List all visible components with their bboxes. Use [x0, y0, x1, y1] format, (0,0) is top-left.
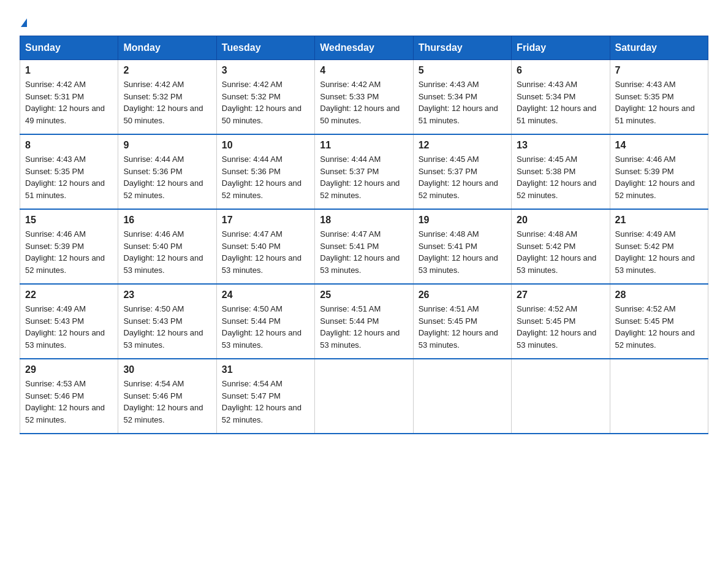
day-info: Sunrise: 4:45 AM Sunset: 5:38 PM Dayligh… — [517, 153, 604, 201]
day-info: Sunrise: 4:46 AM Sunset: 5:40 PM Dayligh… — [123, 228, 211, 276]
day-info: Sunrise: 4:46 AM Sunset: 5:39 PM Dayligh… — [615, 153, 703, 201]
calendar-cell: 21 Sunrise: 4:49 AM Sunset: 5:42 PM Dayl… — [610, 209, 708, 284]
day-info: Sunrise: 4:47 AM Sunset: 5:40 PM Dayligh… — [222, 228, 309, 276]
day-info: Sunrise: 4:44 AM Sunset: 5:36 PM Dayligh… — [222, 153, 309, 201]
calendar-header-row: SundayMondayTuesdayWednesdayThursdayFrid… — [20, 36, 708, 60]
calendar-cell: 24 Sunrise: 4:50 AM Sunset: 5:44 PM Dayl… — [216, 284, 314, 359]
day-number: 8 — [25, 140, 113, 151]
day-number: 28 — [615, 289, 703, 301]
calendar-cell: 13 Sunrise: 4:45 AM Sunset: 5:38 PM Dayl… — [512, 134, 610, 209]
calendar-cell: 15 Sunrise: 4:46 AM Sunset: 5:39 PM Dayl… — [20, 209, 118, 284]
day-info: Sunrise: 4:52 AM Sunset: 5:45 PM Dayligh… — [517, 303, 604, 351]
day-number: 18 — [320, 215, 408, 226]
day-number: 11 — [320, 140, 408, 151]
day-info: Sunrise: 4:54 AM Sunset: 5:47 PM Dayligh… — [222, 378, 309, 426]
calendar-cell: 25 Sunrise: 4:51 AM Sunset: 5:44 PM Dayl… — [315, 284, 413, 359]
logo-triangle-icon — [21, 18, 27, 27]
day-number: 17 — [222, 215, 309, 226]
calendar-cell — [512, 359, 610, 434]
day-number: 19 — [419, 215, 506, 226]
day-number: 4 — [320, 65, 408, 76]
calendar-cell: 29 Sunrise: 4:53 AM Sunset: 5:46 PM Dayl… — [20, 359, 118, 434]
day-info: Sunrise: 4:48 AM Sunset: 5:42 PM Dayligh… — [517, 228, 604, 276]
calendar-cell: 16 Sunrise: 4:46 AM Sunset: 5:40 PM Dayl… — [118, 209, 216, 284]
day-info: Sunrise: 4:51 AM Sunset: 5:44 PM Dayligh… — [320, 303, 408, 351]
day-number: 27 — [517, 289, 604, 301]
calendar-cell — [610, 359, 708, 434]
day-number: 12 — [419, 140, 506, 151]
calendar-cell: 30 Sunrise: 4:54 AM Sunset: 5:46 PM Dayl… — [118, 359, 216, 434]
day-number: 22 — [25, 289, 113, 301]
day-info: Sunrise: 4:50 AM Sunset: 5:43 PM Dayligh… — [123, 303, 211, 351]
calendar-header-tuesday: Tuesday — [216, 36, 314, 60]
calendar-cell: 10 Sunrise: 4:44 AM Sunset: 5:36 PM Dayl… — [216, 134, 314, 209]
calendar-cell: 20 Sunrise: 4:48 AM Sunset: 5:42 PM Dayl… — [512, 209, 610, 284]
calendar-cell: 4 Sunrise: 4:42 AM Sunset: 5:33 PM Dayli… — [315, 60, 413, 135]
day-info: Sunrise: 4:43 AM Sunset: 5:34 PM Dayligh… — [419, 79, 506, 126]
calendar-week-row: 29 Sunrise: 4:53 AM Sunset: 5:46 PM Dayl… — [20, 359, 708, 434]
day-info: Sunrise: 4:54 AM Sunset: 5:46 PM Dayligh… — [123, 378, 211, 426]
day-number: 2 — [123, 65, 211, 76]
calendar-cell: 1 Sunrise: 4:42 AM Sunset: 5:31 PM Dayli… — [20, 60, 118, 135]
calendar-cell: 14 Sunrise: 4:46 AM Sunset: 5:39 PM Dayl… — [610, 134, 708, 209]
calendar-cell: 5 Sunrise: 4:43 AM Sunset: 5:34 PM Dayli… — [413, 60, 511, 135]
day-info: Sunrise: 4:52 AM Sunset: 5:45 PM Dayligh… — [615, 303, 703, 351]
day-number: 5 — [419, 65, 506, 76]
calendar-cell: 22 Sunrise: 4:49 AM Sunset: 5:43 PM Dayl… — [20, 284, 118, 359]
day-info: Sunrise: 4:42 AM Sunset: 5:33 PM Dayligh… — [320, 79, 408, 126]
day-number: 29 — [25, 364, 113, 375]
logo — [20, 15, 27, 29]
calendar-cell — [413, 359, 511, 434]
calendar-header-wednesday: Wednesday — [315, 36, 413, 60]
calendar-cell: 31 Sunrise: 4:54 AM Sunset: 5:47 PM Dayl… — [216, 359, 314, 434]
day-number: 16 — [123, 215, 211, 226]
calendar-cell: 9 Sunrise: 4:44 AM Sunset: 5:36 PM Dayli… — [118, 134, 216, 209]
day-info: Sunrise: 4:50 AM Sunset: 5:44 PM Dayligh… — [222, 303, 309, 351]
calendar-week-row: 8 Sunrise: 4:43 AM Sunset: 5:35 PM Dayli… — [20, 134, 708, 209]
calendar-cell: 3 Sunrise: 4:42 AM Sunset: 5:32 PM Dayli… — [216, 60, 314, 135]
calendar-cell: 19 Sunrise: 4:48 AM Sunset: 5:41 PM Dayl… — [413, 209, 511, 284]
calendar-cell: 27 Sunrise: 4:52 AM Sunset: 5:45 PM Dayl… — [512, 284, 610, 359]
day-info: Sunrise: 4:51 AM Sunset: 5:45 PM Dayligh… — [419, 303, 506, 351]
day-number: 25 — [320, 289, 408, 301]
day-number: 13 — [517, 140, 604, 151]
day-info: Sunrise: 4:45 AM Sunset: 5:37 PM Dayligh… — [419, 153, 506, 201]
calendar-table: SundayMondayTuesdayWednesdayThursdayFrid… — [20, 36, 708, 434]
day-number: 31 — [222, 364, 309, 375]
page-header — [20, 15, 708, 29]
calendar-cell: 8 Sunrise: 4:43 AM Sunset: 5:35 PM Dayli… — [20, 134, 118, 209]
calendar-cell: 7 Sunrise: 4:43 AM Sunset: 5:35 PM Dayli… — [610, 60, 708, 135]
calendar-header-saturday: Saturday — [610, 36, 708, 60]
day-info: Sunrise: 4:53 AM Sunset: 5:46 PM Dayligh… — [25, 378, 113, 426]
day-info: Sunrise: 4:42 AM Sunset: 5:31 PM Dayligh… — [25, 79, 113, 126]
calendar-week-row: 22 Sunrise: 4:49 AM Sunset: 5:43 PM Dayl… — [20, 284, 708, 359]
day-number: 23 — [123, 289, 211, 301]
calendar-cell: 12 Sunrise: 4:45 AM Sunset: 5:37 PM Dayl… — [413, 134, 511, 209]
day-number: 1 — [25, 65, 113, 76]
calendar-header-sunday: Sunday — [20, 36, 118, 60]
day-number: 21 — [615, 215, 703, 226]
day-number: 26 — [419, 289, 506, 301]
day-info: Sunrise: 4:47 AM Sunset: 5:41 PM Dayligh… — [320, 228, 408, 276]
calendar-week-row: 15 Sunrise: 4:46 AM Sunset: 5:39 PM Dayl… — [20, 209, 708, 284]
day-info: Sunrise: 4:48 AM Sunset: 5:41 PM Dayligh… — [419, 228, 506, 276]
day-info: Sunrise: 4:44 AM Sunset: 5:36 PM Dayligh… — [123, 153, 211, 201]
day-number: 9 — [123, 140, 211, 151]
day-number: 20 — [517, 215, 604, 226]
day-info: Sunrise: 4:43 AM Sunset: 5:34 PM Dayligh… — [517, 79, 604, 126]
calendar-cell: 6 Sunrise: 4:43 AM Sunset: 5:34 PM Dayli… — [512, 60, 610, 135]
day-number: 14 — [615, 140, 703, 151]
calendar-cell: 26 Sunrise: 4:51 AM Sunset: 5:45 PM Dayl… — [413, 284, 511, 359]
day-info: Sunrise: 4:49 AM Sunset: 5:43 PM Dayligh… — [25, 303, 113, 351]
day-info: Sunrise: 4:44 AM Sunset: 5:37 PM Dayligh… — [320, 153, 408, 201]
calendar-header-thursday: Thursday — [413, 36, 511, 60]
day-info: Sunrise: 4:49 AM Sunset: 5:42 PM Dayligh… — [615, 228, 703, 276]
day-info: Sunrise: 4:46 AM Sunset: 5:39 PM Dayligh… — [25, 228, 113, 276]
calendar-cell — [315, 359, 413, 434]
day-number: 7 — [615, 65, 703, 76]
day-info: Sunrise: 4:42 AM Sunset: 5:32 PM Dayligh… — [123, 79, 211, 126]
calendar-cell: 23 Sunrise: 4:50 AM Sunset: 5:43 PM Dayl… — [118, 284, 216, 359]
day-info: Sunrise: 4:43 AM Sunset: 5:35 PM Dayligh… — [25, 153, 113, 201]
day-info: Sunrise: 4:42 AM Sunset: 5:32 PM Dayligh… — [222, 79, 309, 126]
day-number: 3 — [222, 65, 309, 76]
